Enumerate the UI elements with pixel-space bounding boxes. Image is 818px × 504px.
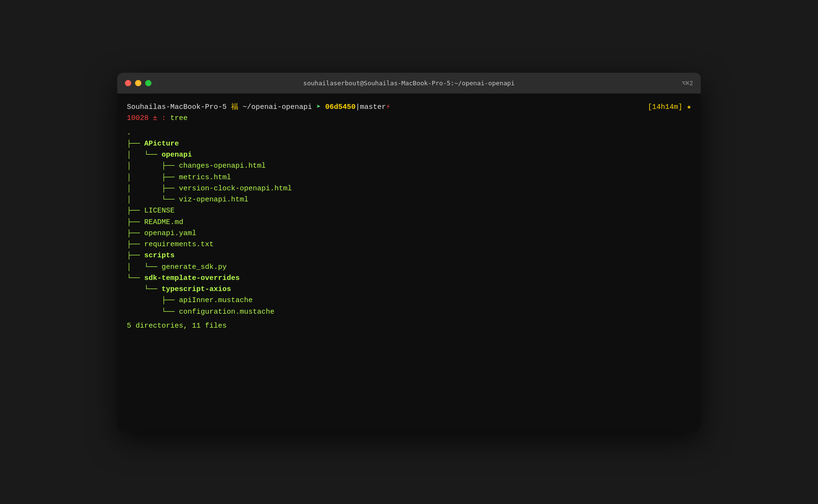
prompt-hash: 06d5450 (325, 102, 355, 113)
tree-readme: ├── README.md (127, 217, 691, 228)
prompt-separator: |master (355, 102, 386, 113)
terminal-body[interactable]: Souhailas-MacBook-Pro-5 福 ~/openai-opena… (117, 94, 701, 431)
prompt-host: Souhailas-MacBook-Pro-5 (127, 102, 231, 113)
tree-license: ├── LICENSE (127, 205, 691, 216)
prompt-time: [14h14m] (648, 102, 687, 113)
prompt-lightning: ⚡ (386, 102, 390, 113)
tree-viz-openapi: │ └── viz-openapi.html (127, 194, 691, 205)
terminal-window: souhailaserbout@Souhailas-MacBook-Pro-5:… (117, 73, 701, 431)
prompt-path: ~/openai-openapi (243, 102, 316, 113)
command-text: tree (170, 113, 188, 124)
prompt-star: ★ (687, 102, 691, 113)
tree-version-clock: │ ├── version-clock-openapi.html (127, 183, 691, 194)
command-number: 10028 ± : (127, 113, 170, 124)
maximize-button[interactable] (145, 80, 151, 86)
window-shortcut: ⌥⌘2 (682, 80, 693, 87)
tree-root: . (127, 127, 691, 138)
tree-sdk-template: └── sdk-template-overrides (127, 273, 691, 284)
traffic-lights (117, 80, 151, 86)
close-button[interactable] (125, 80, 131, 86)
prompt-fuku: 福 (231, 102, 243, 113)
tree-configuration: └── configuration.mustache (127, 306, 691, 318)
tree-scripts: ├── scripts (127, 250, 691, 261)
tree-changes-openapi: │ ├── changes-openapi.html (127, 160, 691, 172)
tree-openapi-yaml: ├── openapi.yaml (127, 228, 691, 239)
tree-apicture: ├── APicture (127, 138, 691, 149)
tree-metrics: │ ├── metrics.html (127, 172, 691, 183)
prompt-line: Souhailas-MacBook-Pro-5 福 ~/openai-opena… (127, 102, 691, 113)
minimize-button[interactable] (135, 80, 141, 86)
prompt-arrow: ➤ (316, 102, 325, 113)
tree-summary: 5 directories, 11 files (127, 320, 227, 332)
command-line: 10028 ± : tree (127, 113, 691, 124)
tree-apiinner: ├── apiInner.mustache (127, 295, 691, 306)
tree-openapi-dir: │ └── openapi (127, 149, 691, 160)
tree-requirements: ├── requirements.txt (127, 239, 691, 250)
titlebar: souhailaserbout@Souhailas-MacBook-Pro-5:… (117, 73, 701, 94)
tree-typescript-axios: └── typescript-axios (127, 284, 691, 295)
tree-summary-line: 5 directories, 11 files (127, 320, 691, 332)
tree-generate-sdk: │ └── generate_sdk.py (127, 262, 691, 273)
window-title: souhailaserbout@Souhailas-MacBook-Pro-5:… (303, 80, 515, 87)
